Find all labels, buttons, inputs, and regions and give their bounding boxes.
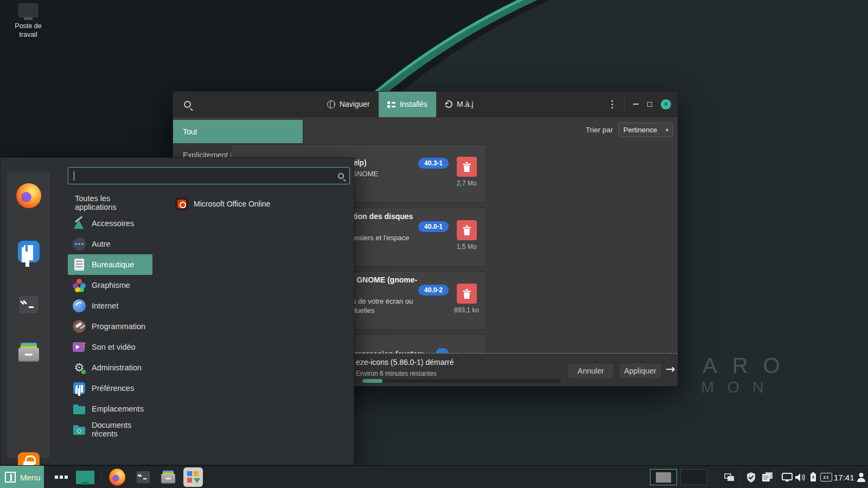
tab-installes[interactable]: Installés — [379, 92, 436, 117]
category-label: Bureautique — [92, 260, 134, 269]
details-arrow-button[interactable]: → — [666, 363, 675, 376]
restore-button[interactable] — [647, 102, 652, 107]
remove-button[interactable] — [457, 220, 477, 240]
category-label: Programmation — [92, 322, 145, 331]
divider — [48, 469, 48, 485]
trash-icon — [462, 289, 471, 299]
user-icon[interactable] — [854, 466, 868, 488]
cancel-button[interactable]: Annuler — [567, 363, 614, 379]
file-manager-icon[interactable] — [17, 343, 40, 362]
window-list-icon[interactable] — [722, 466, 737, 488]
package-size: 893,1 ko — [450, 306, 483, 314]
app-item-office-online[interactable]: Microsoft Office Online — [175, 194, 270, 214]
sort-dropdown[interactable]: Pertinence ▾ — [618, 123, 673, 137]
category-programmation[interactable]: Programmation — [68, 316, 152, 337]
divider — [624, 98, 624, 110]
category-administration[interactable]: ⚙ Administration — [68, 357, 152, 378]
terminal-icon[interactable] — [18, 296, 39, 314]
taskbar-pamac-window[interactable] — [181, 466, 205, 488]
sort-bar: Trier par Pertinence ▾ — [303, 117, 678, 143]
tab-label: Naviguer — [340, 100, 370, 108]
taskbar-firefox-icon[interactable] — [105, 466, 129, 488]
category-all[interactable]: Toutes les applications — [68, 192, 152, 213]
category-label: Documents récents — [92, 421, 152, 438]
trash-icon — [462, 162, 471, 172]
divider — [739, 469, 740, 485]
category-autre[interactable]: Autre — [68, 234, 152, 254]
category-graphisme[interactable]: Graphisme — [68, 275, 152, 296]
category-accessoires[interactable]: Accessoires — [68, 213, 152, 234]
remove-button[interactable] — [457, 284, 477, 304]
taskbar-files-icon[interactable] — [156, 466, 180, 488]
other-icon — [72, 237, 86, 251]
recent-documents-icon — [72, 422, 86, 436]
internet-icon — [72, 299, 86, 313]
firefox-icon[interactable] — [16, 183, 41, 208]
notes-icon[interactable] — [758, 466, 776, 488]
volume-icon[interactable] — [792, 466, 808, 488]
window-headerbar: Naviguer Installés M.à.j ✕ — [173, 92, 678, 117]
development-icon — [72, 319, 86, 333]
show-desktop-icon[interactable] — [74, 466, 97, 488]
taskbar-terminal-icon[interactable] — [131, 466, 155, 488]
globe-icon — [327, 100, 335, 108]
favorites-strip — [7, 171, 50, 459]
graphics-icon — [72, 278, 86, 292]
category-documents-recents[interactable]: Documents récents — [68, 419, 152, 440]
category-label: Son et vidéo — [92, 343, 136, 351]
menu-button-label: Menu — [20, 473, 41, 482]
category-label: Autre — [92, 240, 111, 248]
accessories-icon — [72, 216, 86, 230]
settings-icon[interactable] — [18, 241, 40, 262]
text-cursor — [74, 171, 74, 181]
menu-kebab-icon[interactable] — [609, 100, 615, 108]
remove-button[interactable] — [457, 157, 477, 177]
minimize-button[interactable] — [633, 104, 639, 105]
office-category-icon — [72, 258, 86, 272]
trash-icon — [462, 226, 471, 235]
battery-icon[interactable] — [807, 466, 819, 488]
version-badge: 40.0-1 — [418, 221, 449, 232]
tab-label: Installés — [400, 100, 427, 108]
category-emplacements[interactable]: Emplacements — [68, 399, 152, 419]
presentation-mode-icon[interactable]: zz — [818, 466, 834, 488]
clock[interactable]: 17:41 — [834, 466, 854, 488]
status-time-remaining: Environ 6 minutes restantes — [356, 370, 437, 377]
category-list: Toutes les applications Accessoires Autr… — [68, 192, 152, 440]
panel-launchers-icon[interactable] — [52, 466, 72, 488]
version-badge: 40.0-2 — [418, 285, 449, 296]
application-list: Microsoft Office Online — [175, 194, 270, 214]
divider — [775, 469, 776, 485]
category-label: Internet — [92, 301, 118, 310]
category-preferences[interactable]: Préférences — [68, 378, 152, 399]
version-badge: 40.3-1 — [418, 158, 449, 169]
firewall-shield-icon[interactable] — [743, 466, 758, 488]
tab-maj[interactable]: M.à.j — [436, 92, 482, 117]
wallpaper-text-line1: ARO — [703, 354, 795, 378]
menu-button[interactable]: Menu — [0, 466, 44, 488]
workspace-switcher-2[interactable] — [680, 469, 707, 485]
category-internet[interactable]: Internet — [68, 296, 152, 316]
status-message: eze-icons (5.86.0-1) démarré — [356, 358, 454, 367]
category-bureautique[interactable]: Bureautique — [68, 254, 152, 275]
sidebar-item-tout[interactable]: Tout — [173, 120, 303, 143]
category-label: Administration — [92, 363, 142, 372]
refresh-icon — [444, 99, 454, 109]
search-icon[interactable] — [184, 101, 191, 108]
desktop-icon-computer[interactable]: Poste de travail — [8, 3, 49, 39]
tab-naviguer[interactable]: Naviguer — [318, 92, 379, 117]
sort-label: Trier par — [585, 126, 613, 134]
computer-icon — [18, 3, 38, 17]
places-folder-icon — [72, 402, 86, 416]
apply-button[interactable]: Appliquer — [618, 363, 662, 379]
package-size: 1,5 Mo — [450, 243, 483, 251]
desktop: ARO MON Poste de travail Naviguer Instal… — [0, 0, 868, 488]
workspace-switcher-1[interactable] — [650, 469, 677, 485]
category-son-video[interactable]: ♪ Son et vidéo — [68, 337, 152, 357]
divider — [101, 469, 101, 485]
sort-value: Pertinence — [623, 126, 657, 134]
computer-label-line2: travail — [8, 31, 49, 40]
close-button[interactable]: ✕ — [661, 99, 671, 110]
menu-search-input[interactable] — [68, 167, 350, 184]
app-label: Microsoft Office Online — [194, 200, 270, 208]
